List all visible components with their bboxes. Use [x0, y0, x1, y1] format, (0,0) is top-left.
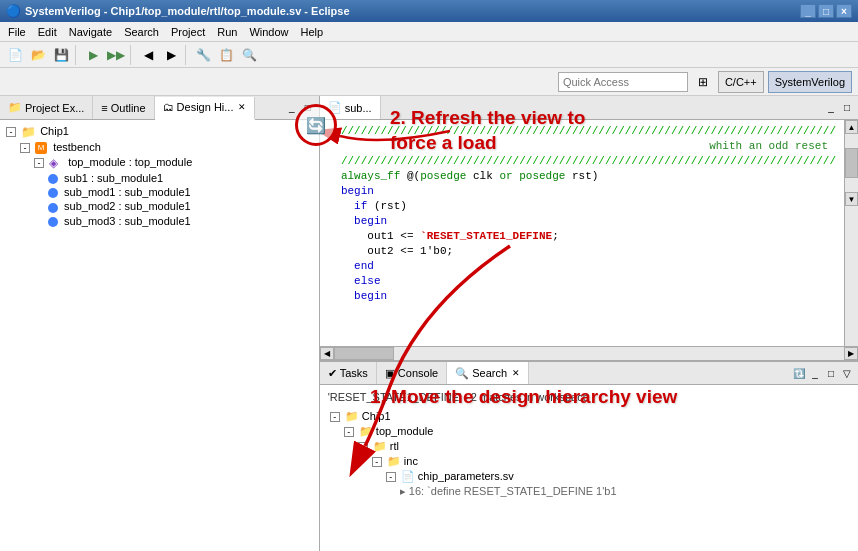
search-icon: 🔍 [455, 367, 469, 380]
code-content[interactable]: ////////////////////////////////////////… [320, 120, 844, 346]
tb-btn-2[interactable]: 📋 [215, 44, 237, 66]
search-tree-top-module[interactable]: - 📁 top_module [328, 424, 850, 439]
scroll-up-arrow[interactable]: ▲ [845, 120, 858, 134]
menu-navigate[interactable]: Navigate [63, 24, 118, 40]
menu-run[interactable]: Run [211, 24, 243, 40]
code-line-10: end [328, 259, 836, 274]
menu-file[interactable]: File [2, 24, 32, 40]
tree-item-sub1[interactable]: sub1 : sub_module1 [4, 171, 315, 185]
expand-search-chip-params[interactable]: - [386, 472, 396, 482]
tb-btn-3[interactable]: 🔍 [238, 44, 260, 66]
search-rtl-folder-icon: 📁 [373, 440, 387, 452]
testbench-module-icon: M [35, 142, 47, 154]
h-scroll-left[interactable]: ◀ [320, 347, 334, 360]
new-button[interactable]: 📄 [4, 44, 26, 66]
expand-search-rtl[interactable]: - [358, 442, 368, 452]
code-scrollbar-v[interactable]: ▲ ▼ [844, 120, 858, 346]
minimize-panel-button[interactable]: _ [285, 101, 299, 115]
debug-button[interactable]: ▶ [82, 44, 104, 66]
tb-btn-1[interactable]: 🔧 [192, 44, 214, 66]
quick-access-input[interactable] [558, 72, 688, 92]
forward-button[interactable]: ▶ [160, 44, 182, 66]
sub1-icon [48, 174, 58, 184]
tree-item-chip1[interactable]: - 📁 Chip1 [4, 124, 315, 140]
sub-mod3-icon [48, 217, 58, 227]
code-line-6: if (rst) [328, 199, 836, 214]
code-scrollbar-h[interactable]: ◀ ▶ [320, 346, 858, 360]
menu-edit[interactable]: Edit [32, 24, 63, 40]
minimize-bottom-button[interactable]: _ [808, 366, 822, 380]
tree-item-sub-mod2[interactable]: sub_mod2 : sub_module1 [4, 199, 315, 213]
close-tab-icon[interactable]: ✕ [238, 102, 246, 112]
expand-chip1[interactable]: - [6, 127, 16, 137]
save-button[interactable]: 💾 [50, 44, 72, 66]
menu-search[interactable]: Search [118, 24, 165, 40]
run-button[interactable]: ▶▶ [105, 44, 127, 66]
tab-outline-label: Outline [111, 102, 146, 114]
toolbar-sep-3 [185, 45, 189, 65]
panel-tab-controls: _ □ [285, 101, 319, 115]
bottom-panel: ✔ Tasks ▣ Console 🔍 Search ✕ 🔃 _ □ ▽ [320, 361, 858, 551]
expand-testbench[interactable]: - [20, 143, 30, 153]
search-tree-rtl[interactable]: - 📁 rtl [328, 439, 850, 454]
tree-item-sub-mod3[interactable]: sub_mod3 : sub_module1 [4, 214, 315, 228]
expand-bottom-button[interactable]: ▽ [840, 366, 854, 380]
chip1-label: Chip1 [40, 125, 69, 137]
maximize-bottom-button[interactable]: □ [824, 366, 838, 380]
sub1-label: sub1 : sub_module1 [64, 172, 163, 184]
editor-tab-icon: 📄 [328, 101, 342, 114]
open-button[interactable]: 📂 [27, 44, 49, 66]
top-module-folder-icon: ◈ [49, 156, 63, 170]
expand-search-top-module[interactable]: - [344, 427, 354, 437]
search-tree-chip1[interactable]: - 📁 Chip1 [328, 409, 850, 424]
code-line-3: ////////////////////////////////////////… [328, 154, 836, 169]
tree-item-testbench[interactable]: - M testbench [4, 140, 315, 155]
close-search-tab[interactable]: ✕ [512, 368, 520, 378]
search-tree-define[interactable]: ▸ 16: `define RESET_STATE1_DEFINE 1'b1 [328, 484, 850, 499]
tab-outline[interactable]: ≡ Outline [93, 96, 154, 119]
scroll-down-arrow[interactable]: ▼ [845, 192, 858, 206]
menu-project[interactable]: Project [165, 24, 211, 40]
search-top-module-label: top_module [376, 425, 434, 437]
code-line-2: whith an odd reset [328, 139, 836, 154]
app-icon: 🔵 [6, 4, 21, 18]
expand-top-module[interactable]: - [34, 158, 44, 168]
expand-search-inc[interactable]: - [372, 457, 382, 467]
bottom-tab-bar: ✔ Tasks ▣ Console 🔍 Search ✕ 🔃 _ □ ▽ [320, 361, 858, 385]
search-chip-params-icon: 📄 [401, 470, 415, 482]
back-button[interactable]: ◀ [137, 44, 159, 66]
maximize-editor-button[interactable]: □ [840, 101, 854, 115]
tab-search[interactable]: 🔍 Search ✕ [447, 362, 529, 384]
tab-design-hierarchy[interactable]: 🗂 Design Hi... ✕ [155, 97, 256, 120]
tab-design-label: Design Hi... [177, 101, 234, 113]
perspective-sv[interactable]: SystemVerilog [768, 71, 852, 93]
perspective-cpp[interactable]: C/C++ [718, 71, 764, 93]
search-action-icon[interactable]: 🔃 [792, 366, 806, 380]
tab-console[interactable]: ▣ Console [377, 362, 447, 384]
maximize-panel-button[interactable]: □ [301, 101, 315, 115]
toolbar-icon-1[interactable]: ⊞ [692, 71, 714, 93]
menu-window[interactable]: Window [243, 24, 294, 40]
maximize-button[interactable]: □ [818, 4, 834, 18]
tree-item-sub-mod1[interactable]: sub_mod1 : sub_module1 [4, 185, 315, 199]
minimize-button[interactable]: _ [800, 4, 816, 18]
editor-tab-sub[interactable]: 📄 sub... [320, 96, 381, 119]
close-button[interactable]: × [836, 4, 852, 18]
expand-search-chip1[interactable]: - [330, 412, 340, 422]
toolbar: 📄 📂 💾 ▶ ▶▶ ◀ ▶ 🔧 📋 🔍 [0, 42, 858, 68]
scroll-thumb[interactable] [845, 148, 858, 178]
search-tree-chip-params[interactable]: - 📄 chip_parameters.sv [328, 469, 850, 484]
h-scroll-thumb[interactable] [334, 347, 394, 360]
tab-tasks[interactable]: ✔ Tasks [320, 362, 377, 384]
search-tree-inc[interactable]: - 📁 inc [328, 454, 850, 469]
sub-mod3-label: sub_mod3 : sub_module1 [64, 215, 191, 227]
h-scroll-right[interactable]: ▶ [844, 347, 858, 360]
minimize-editor-button[interactable]: _ [824, 101, 838, 115]
tree-item-top-module[interactable]: - ◈ top_module : top_module [4, 155, 315, 171]
search-chip1-folder-icon: 📁 [345, 410, 359, 422]
editor-tab-label: sub... [345, 102, 372, 114]
search-rtl-label: rtl [390, 440, 399, 452]
menu-help[interactable]: Help [295, 24, 330, 40]
tab-project-explorer[interactable]: 📁 Project Ex... [0, 96, 93, 119]
toolbar-sep-2 [130, 45, 134, 65]
